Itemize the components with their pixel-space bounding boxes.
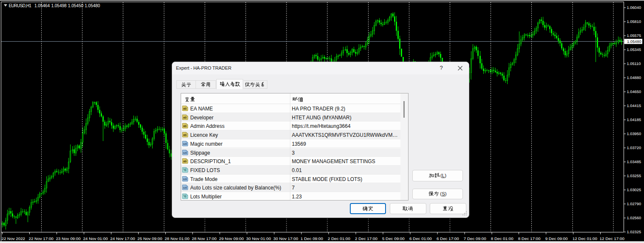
svg-text:1.05110: 1.05110 [627, 62, 641, 66]
svg-text:123: 123 [183, 142, 187, 145]
svg-text:1.04650: 1.04650 [627, 90, 641, 94]
svg-text:6 Dec 01:00: 6 Dec 01:00 [409, 236, 432, 241]
svg-text:30 Nov 01:00: 30 Nov 01:00 [246, 236, 271, 241]
svg-text:123: 123 [183, 178, 187, 180]
svg-text:7 Dec 09:00: 7 Dec 09:00 [464, 236, 486, 241]
svg-text:EURUSD,H11.05464 1.05498 1.054: EURUSD,H11.05464 1.05498 1.05450 1.05480 [9, 3, 100, 8]
svg-text:12 Dec 01:00: 12 Dec 01:00 [573, 236, 598, 241]
svg-text:1.05345: 1.05345 [627, 48, 641, 52]
svg-text:½: ½ [183, 167, 187, 172]
svg-text:25 Nov 09:00: 25 Nov 09:00 [137, 236, 162, 241]
svg-text:ab: ab [183, 116, 187, 119]
svg-text:24 Nov 01:00: 24 Nov 01:00 [83, 236, 108, 241]
svg-text:6 Dec 17:00: 6 Dec 17:00 [437, 236, 459, 241]
svg-text:1.03720: 1.03720 [627, 146, 641, 150]
svg-text:30 Nov 17:00: 30 Nov 17:00 [273, 236, 298, 241]
svg-text:2 Dec 17:00: 2 Dec 17:00 [355, 236, 377, 241]
svg-text:ab: ab [183, 160, 187, 163]
svg-text:123: 123 [183, 151, 187, 154]
svg-text:123: 123 [183, 186, 187, 189]
svg-text:1.04185: 1.04185 [627, 118, 641, 122]
svg-text:22 Nov 2022: 22 Nov 2022 [2, 236, 26, 241]
svg-text:1.03950: 1.03950 [627, 132, 641, 136]
svg-text:1.02325: 1.02325 [627, 230, 641, 234]
svg-text:1.05480: 1.05480 [627, 40, 641, 44]
svg-text:ab: ab [183, 124, 187, 127]
svg-text:23 Nov 09:00: 23 Nov 09:00 [56, 236, 81, 241]
svg-text:1.05810: 1.05810 [627, 20, 641, 24]
svg-text:8 Dec 17:00: 8 Dec 17:00 [518, 236, 541, 241]
svg-text:1.03255: 1.03255 [627, 174, 641, 178]
svg-text:ab: ab [183, 133, 187, 136]
svg-text:12 Dec 17:00: 12 Dec 17:00 [600, 236, 625, 241]
svg-text:1 Dec 09:00: 1 Dec 09:00 [301, 236, 323, 241]
svg-text:1.03025: 1.03025 [627, 188, 641, 192]
svg-text:1.02560: 1.02560 [627, 216, 641, 220]
svg-text:28 Nov 17:00: 28 Nov 17:00 [192, 236, 217, 241]
svg-text:½: ½ [183, 194, 187, 198]
svg-text:24 Nov 17:00: 24 Nov 17:00 [110, 236, 135, 241]
svg-text:1.03485: 1.03485 [627, 160, 641, 164]
svg-text:1.04880: 1.04880 [627, 76, 641, 80]
svg-text:2 Dec 01:00: 2 Dec 01:00 [328, 236, 350, 241]
svg-text:5 Dec 09:00: 5 Dec 09:00 [382, 236, 405, 241]
svg-text:ab: ab [183, 107, 187, 110]
svg-text:8 Dec 01:00: 8 Dec 01:00 [491, 236, 513, 241]
svg-text:22 Nov 17:00: 22 Nov 17:00 [29, 236, 54, 241]
svg-text:1.02790: 1.02790 [627, 202, 641, 206]
svg-text:9 Dec 09:00: 9 Dec 09:00 [545, 236, 568, 241]
svg-text:28 Nov 01:00: 28 Nov 01:00 [165, 236, 190, 241]
svg-text:29 Nov 09:00: 29 Nov 09:00 [219, 236, 244, 241]
svg-text:1.06040: 1.06040 [627, 6, 641, 10]
svg-text:1.04415: 1.04415 [627, 104, 641, 108]
svg-text:1.05575: 1.05575 [627, 34, 641, 38]
